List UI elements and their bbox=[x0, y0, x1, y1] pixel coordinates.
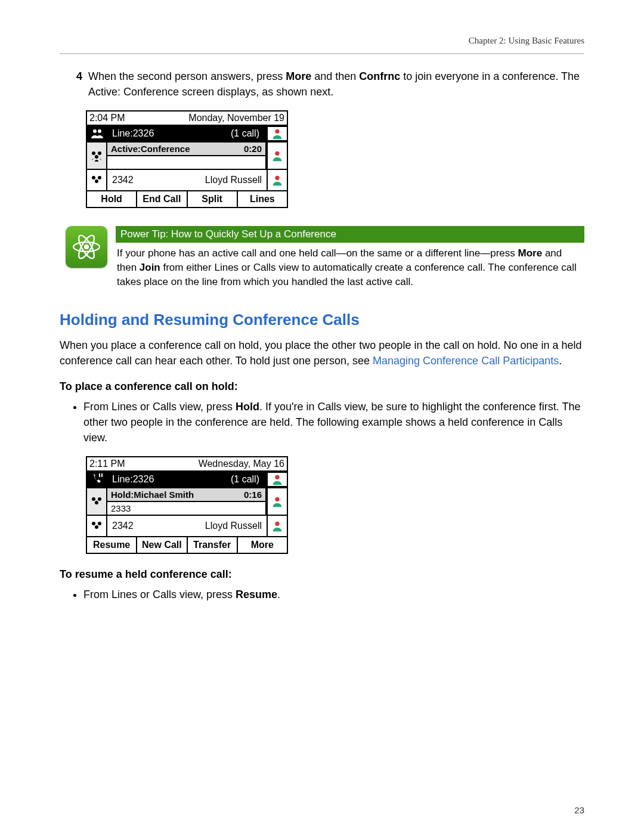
softkey-row: Hold End Call Split Lines bbox=[87, 190, 287, 207]
section-paragraph: When you place a conference call on hold… bbox=[60, 337, 584, 368]
hold-phone-icon bbox=[87, 472, 107, 487]
svg-point-17 bbox=[275, 475, 279, 479]
subheading-resume: To resume a held conference call: bbox=[60, 568, 584, 581]
extension: 2333 bbox=[107, 502, 265, 515]
tip-title: Power Tip: How to Quickly Set Up a Confe… bbox=[116, 226, 584, 243]
softkey-row: Resume New Call Transfer More bbox=[87, 536, 287, 553]
status-label: Hold:Michael Smith bbox=[111, 490, 194, 500]
svg-point-3 bbox=[92, 151, 95, 155]
svg-point-8 bbox=[98, 176, 101, 179]
softkey-resume[interactable]: Resume bbox=[87, 537, 137, 553]
conference-icon bbox=[87, 488, 107, 515]
link-managing-participants[interactable]: Managing Conference Call Participants bbox=[373, 355, 559, 367]
svg-point-5 bbox=[95, 155, 98, 159]
svg-point-18 bbox=[92, 497, 95, 501]
text: When the second person answers, press bbox=[88, 70, 286, 82]
conference-icon bbox=[87, 516, 107, 536]
phone-screenshot-active-conference: 2:04 PM Monday, November 19 Line:2326 (1… bbox=[86, 110, 288, 208]
text-bold: More bbox=[518, 247, 543, 259]
text: If your phone has an active call and one… bbox=[117, 247, 518, 259]
text: From Lines or Calls view, press bbox=[83, 589, 236, 600]
svg-point-2 bbox=[275, 129, 279, 134]
line-label: Line:2326 bbox=[110, 126, 224, 141]
party-number: 2342 bbox=[112, 521, 134, 531]
text: . bbox=[277, 589, 280, 600]
party-number: 2342 bbox=[112, 175, 134, 185]
call-count: (1 call) bbox=[226, 472, 264, 487]
softkey-new-call[interactable]: New Call bbox=[137, 537, 187, 553]
softkey-more[interactable]: More bbox=[238, 537, 287, 553]
duration: 0:16 bbox=[244, 490, 262, 500]
svg-point-23 bbox=[98, 522, 101, 525]
party-name: Lloyd Russell bbox=[205, 175, 262, 185]
text-bold: More bbox=[286, 70, 311, 82]
text-bold: Hold bbox=[236, 401, 259, 413]
line-label: Line:2326 bbox=[110, 472, 224, 487]
date: Monday, November 19 bbox=[188, 113, 284, 123]
svg-point-7 bbox=[92, 176, 95, 179]
svg-point-25 bbox=[275, 522, 279, 526]
softkey-lines[interactable]: Lines bbox=[238, 191, 287, 207]
text: From Lines or Calls view, press bbox=[83, 401, 236, 413]
duration: 0:20 bbox=[244, 144, 262, 154]
svg-point-9 bbox=[95, 179, 98, 183]
softkey-split[interactable]: Split bbox=[188, 191, 238, 207]
avatar-icon bbox=[267, 143, 287, 169]
step-4: 4 When the second person answers, press … bbox=[72, 69, 584, 100]
text: . bbox=[559, 355, 562, 367]
softkey-end-call[interactable]: End Call bbox=[137, 191, 187, 207]
empty bbox=[107, 156, 265, 169]
conference-icon bbox=[87, 170, 107, 190]
svg-point-20 bbox=[95, 501, 98, 504]
avatar-icon bbox=[267, 473, 287, 486]
avatar-icon bbox=[267, 488, 287, 515]
svg-point-1 bbox=[98, 129, 101, 133]
people-icon bbox=[87, 126, 107, 141]
time: 2:04 PM bbox=[89, 113, 125, 123]
svg-point-14 bbox=[85, 245, 88, 249]
tip-body: If your phone has an active call and one… bbox=[116, 243, 584, 289]
svg-point-21 bbox=[275, 497, 279, 501]
status-label: Active:Conference bbox=[111, 144, 190, 154]
text-bold: Resume bbox=[236, 589, 277, 600]
svg-point-4 bbox=[98, 151, 101, 155]
step-number: 4 bbox=[72, 69, 82, 100]
svg-point-10 bbox=[275, 176, 279, 180]
atom-icon bbox=[66, 226, 107, 268]
svg-point-24 bbox=[95, 525, 98, 529]
svg-rect-15 bbox=[99, 473, 100, 477]
svg-point-6 bbox=[275, 151, 279, 156]
avatar-icon bbox=[267, 127, 287, 140]
date: Wednesday, May 16 bbox=[199, 459, 284, 469]
subheading-place-hold: To place a conference call on hold: bbox=[60, 380, 584, 393]
page-number: 23 bbox=[574, 805, 584, 815]
text: and then bbox=[311, 70, 359, 82]
conference-icon bbox=[87, 143, 107, 169]
bullet-resume: From Lines or Calls view, press Resume. bbox=[83, 587, 584, 602]
power-tip: Power Tip: How to Quickly Set Up a Confe… bbox=[66, 226, 584, 289]
chapter-header: Chapter 2: Using Basic Features bbox=[60, 36, 584, 54]
svg-point-22 bbox=[92, 522, 95, 525]
avatar-icon bbox=[267, 170, 287, 190]
section-heading: Holding and Resuming Conference Calls bbox=[60, 311, 584, 329]
softkey-hold[interactable]: Hold bbox=[87, 191, 137, 207]
svg-point-19 bbox=[98, 497, 101, 501]
svg-rect-16 bbox=[101, 473, 103, 477]
text: from either Lines or Calls view to autom… bbox=[117, 262, 577, 287]
party-name: Lloyd Russell bbox=[205, 521, 262, 531]
text-bold: Confrnc bbox=[359, 70, 400, 82]
call-count: (1 call) bbox=[226, 126, 264, 141]
step-text: When the second person answers, press Mo… bbox=[88, 69, 584, 100]
phone-screenshot-held-conference: 2:11 PM Wednesday, May 16 Line:2326 (1 c… bbox=[86, 456, 288, 554]
bullet-hold: From Lines or Calls view, press Hold. If… bbox=[83, 399, 584, 445]
svg-point-0 bbox=[93, 129, 97, 133]
avatar-icon bbox=[267, 516, 287, 536]
time: 2:11 PM bbox=[89, 459, 125, 469]
softkey-transfer[interactable]: Transfer bbox=[188, 537, 238, 553]
text-bold: Join bbox=[140, 262, 160, 273]
